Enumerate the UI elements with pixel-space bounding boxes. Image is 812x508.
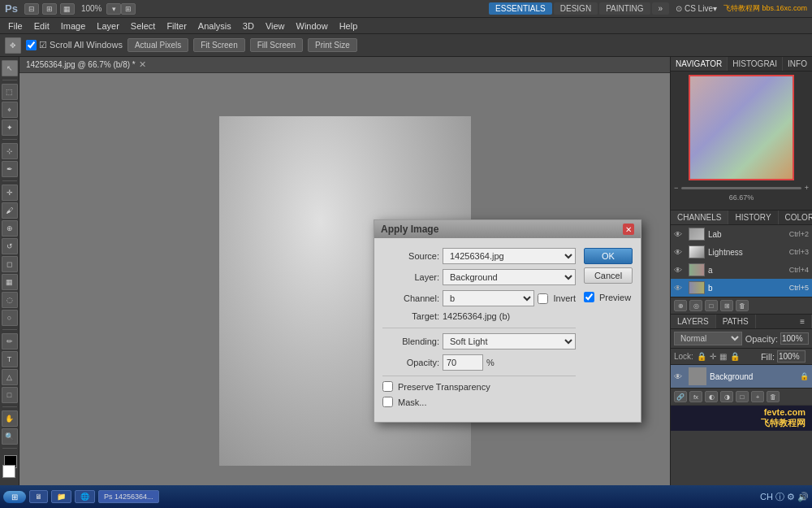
dialog-blending-select[interactable]: Soft Light	[443, 333, 576, 350]
canvas-tab-close[interactable]: ✕	[139, 59, 146, 70]
fit-screen-btn[interactable]: Fit Screen	[193, 38, 245, 52]
taskbar-start-button[interactable]: ⊞	[3, 491, 26, 503]
tab-paths[interactable]: PATHS	[716, 315, 756, 328]
channel-row-a[interactable]: 👁 a Ctrl+4	[671, 261, 812, 279]
menu-edit[interactable]: Edit	[29, 20, 54, 32]
tab-histogram[interactable]: HISTOGRAI	[728, 57, 783, 71]
channel-row-lab[interactable]: 👁 Lab Ctrl+2	[671, 225, 812, 243]
tool-shape[interactable]: □	[2, 387, 18, 403]
menu-file[interactable]: File	[3, 20, 28, 32]
tool-eraser[interactable]: ◻	[2, 256, 18, 272]
layer-btn-mask[interactable]: ◐	[705, 391, 718, 402]
tab-history[interactable]: HISTORY	[728, 211, 778, 224]
menu-window[interactable]: Window	[292, 20, 333, 32]
tab-design[interactable]: DESIGN	[554, 2, 598, 15]
menu-layer[interactable]: Layer	[92, 20, 124, 32]
tab-more[interactable]: »	[652, 2, 670, 15]
channel-eye-lab[interactable]: 👁	[674, 230, 685, 239]
cs-live[interactable]: ⊙ CS Live▾	[676, 4, 717, 13]
tool-eyedropper[interactable]: ✒	[2, 161, 18, 177]
layer-btn-delete[interactable]: 🗑	[767, 391, 780, 402]
opacity-input[interactable]	[780, 332, 809, 345]
canvas-tab-name[interactable]: 14256364.jpg @ 66.7% (b/8) *	[26, 60, 136, 69]
blend-mode-select[interactable]: Normal	[674, 332, 742, 345]
nav-zoom-minus[interactable]: −	[674, 184, 678, 192]
tab-painting[interactable]: PAINTING	[599, 2, 650, 15]
dialog-mask-checkbox[interactable]	[382, 397, 393, 407]
dialog-invert-checkbox[interactable]	[538, 293, 548, 304]
channel-eye-a[interactable]: 👁	[674, 266, 685, 275]
tool-dodge[interactable]: ○	[2, 310, 18, 326]
dialog-channel-select[interactable]: b	[443, 290, 534, 306]
channel-eye-lightness[interactable]: 👁	[674, 248, 685, 257]
tool-stamp[interactable]: ⊕	[2, 220, 18, 237]
layout-icon[interactable]: ▦	[60, 3, 75, 15]
tool-arrow[interactable]: ↖	[2, 60, 18, 76]
layer-btn-new[interactable]: +	[751, 391, 764, 402]
print-size-btn[interactable]: Print Size	[308, 38, 357, 52]
move-tool[interactable]: ✥	[5, 37, 21, 54]
lock-icon-2[interactable]: ✛	[710, 352, 716, 361]
layer-btn-adj[interactable]: ◑	[720, 391, 733, 402]
background-color[interactable]	[2, 465, 15, 478]
dialog-preview-checkbox[interactable]	[584, 292, 594, 302]
tool-pen[interactable]: ✏	[2, 333, 18, 350]
channel-icon-3[interactable]: □	[705, 300, 718, 311]
channel-icon-1[interactable]: ⊕	[674, 300, 687, 311]
taskbar-item-2[interactable]: 📁	[51, 490, 71, 503]
tool-history-brush[interactable]: ↺	[2, 238, 18, 254]
actual-pixels-btn[interactable]: Actual Pixels	[127, 38, 188, 52]
tool-gradient[interactable]: ▦	[2, 274, 18, 290]
channel-row-b[interactable]: 👁 b Ctrl+5	[671, 279, 812, 297]
dialog-source-select[interactable]: 14256364.jpg	[443, 248, 576, 264]
zoom-dropdown[interactable]: ▾	[106, 3, 121, 15]
lock-icon-4[interactable]: 🔒	[730, 352, 740, 361]
nav-zoom-plus[interactable]: +	[805, 184, 809, 192]
layer-row-background[interactable]: 👁 Background 🔒	[671, 365, 812, 388]
channel-icon-5[interactable]: 🗑	[736, 300, 749, 311]
dialog-preserve-checkbox[interactable]	[382, 381, 393, 392]
dialog-close-button[interactable]: ✕	[623, 224, 634, 235]
tool-lasso[interactable]: ⌖	[2, 102, 18, 118]
layer-btn-group[interactable]: □	[736, 391, 749, 402]
scroll-all-windows-checkbox[interactable]	[26, 40, 37, 50]
tab-channels[interactable]: CHANNELS	[671, 211, 728, 224]
arrange-icon[interactable]: ⊞	[42, 3, 57, 15]
dialog-opacity-input[interactable]	[443, 354, 483, 371]
lock-icon-3[interactable]: ▦	[719, 352, 727, 361]
tool-heal[interactable]: ✛	[2, 185, 18, 201]
menu-help[interactable]: Help	[335, 20, 363, 32]
tab-info[interactable]: INFO	[783, 57, 812, 71]
channel-row-lightness[interactable]: 👁 Lightness Ctrl+3	[671, 243, 812, 261]
dialog-cancel-button[interactable]: Cancel	[584, 267, 633, 284]
tab-layers[interactable]: LAYERS	[671, 315, 716, 328]
dialog-layer-select[interactable]: Background	[443, 269, 576, 285]
menu-analysis[interactable]: Analysis	[193, 20, 236, 32]
scroll-all-windows-label[interactable]: ☑ Scroll All Windows	[26, 40, 123, 50]
layer-eye-background[interactable]: 👁	[674, 372, 685, 381]
nav-zoom-slider[interactable]	[681, 187, 801, 189]
mini-icon[interactable]: ⊟	[24, 3, 39, 15]
tab-color[interactable]: COLOR	[779, 211, 812, 224]
tool-blur[interactable]: ◌	[2, 292, 18, 308]
taskbar-item-3[interactable]: 🌐	[75, 490, 95, 503]
menu-filter[interactable]: Filter	[162, 20, 191, 32]
taskbar-item-ps[interactable]: Ps 14256364...	[98, 490, 159, 503]
tool-brush[interactable]: 🖌	[2, 202, 18, 219]
channel-eye-b[interactable]: 👁	[674, 284, 685, 293]
menu-select[interactable]: Select	[126, 20, 161, 32]
taskbar-item-1[interactable]: 🖥	[29, 490, 48, 503]
tool-hand[interactable]: ✋	[2, 410, 18, 427]
layers-options[interactable]: ≡	[793, 315, 812, 328]
fill-screen-btn[interactable]: Fill Screen	[250, 38, 303, 52]
fill-input[interactable]	[777, 350, 806, 363]
layer-btn-link[interactable]: 🔗	[674, 391, 687, 402]
menu-image[interactable]: Image	[56, 20, 91, 32]
layer-btn-fx[interactable]: fx	[689, 391, 702, 402]
tool-crop[interactable]: ⊹	[2, 143, 18, 159]
tool-wand[interactable]: ✦	[2, 119, 18, 136]
lock-icon-1[interactable]: 🔒	[697, 352, 706, 361]
menu-3d[interactable]: 3D	[238, 20, 259, 32]
dialog-ok-button[interactable]: OK	[584, 248, 633, 264]
tool-path[interactable]: △	[2, 369, 18, 385]
